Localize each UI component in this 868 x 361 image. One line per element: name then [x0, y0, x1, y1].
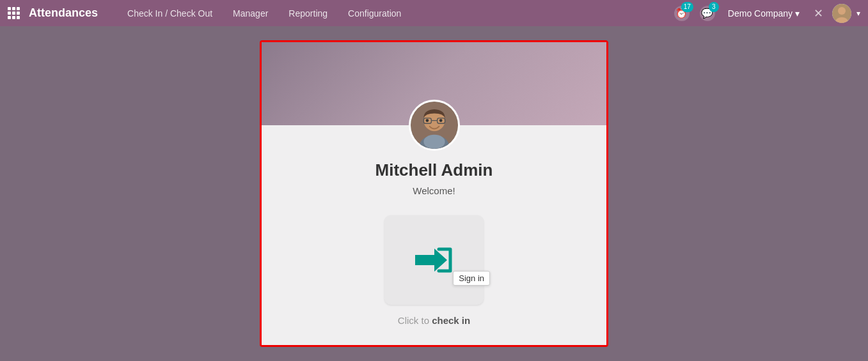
- attendance-card: Mitchell Admin Welcome! Sign in: [260, 40, 608, 347]
- svg-point-10: [425, 119, 429, 122]
- company-chevron-icon: ▾: [795, 8, 800, 19]
- checkin-label-bold: check in: [432, 315, 470, 326]
- signin-icon: [412, 238, 457, 282]
- welcome-text: Welcome!: [413, 185, 455, 196]
- navbar-right: ⏰ 17 💬 3 Demo Company ▾ ✕ ▾: [672, 3, 860, 24]
- card-header: [262, 42, 606, 125]
- svg-point-1: [838, 7, 846, 15]
- checkin-label: Click to check in: [398, 315, 470, 326]
- company-switcher[interactable]: Demo Company ▾: [723, 8, 805, 19]
- main-content: Mitchell Admin Welcome! Sign in: [0, 26, 868, 361]
- user-avatar[interactable]: [832, 4, 851, 23]
- user-name: Mitchell Admin: [375, 160, 493, 180]
- nav-configuration[interactable]: Configuration: [338, 0, 411, 26]
- svg-point-6: [423, 135, 445, 149]
- svg-point-11: [439, 119, 442, 122]
- notifications-button[interactable]: ⏰ 17: [672, 3, 692, 24]
- close-button[interactable]: ✕: [810, 6, 827, 20]
- card-body: Mitchell Admin Welcome! Sign in: [262, 125, 606, 345]
- company-name: Demo Company: [728, 8, 793, 19]
- messages-button[interactable]: 💬 3: [697, 3, 718, 24]
- nav-menu: Check In / Check Out Manager Reporting C…: [117, 0, 672, 26]
- card-user-avatar: [409, 100, 460, 151]
- app-title: Attendances: [29, 6, 98, 20]
- grid-icon: [8, 7, 20, 19]
- navbar: Attendances Check In / Check Out Manager…: [0, 0, 868, 26]
- nav-manager[interactable]: Manager: [223, 0, 278, 26]
- nav-reporting[interactable]: Reporting: [278, 0, 338, 26]
- checkin-button[interactable]: Sign in: [384, 215, 484, 305]
- checkin-label-prefix: Click to: [398, 315, 432, 326]
- signin-tooltip: Sign in: [453, 271, 490, 286]
- grid-menu-icon[interactable]: [8, 7, 20, 19]
- svg-marker-12: [415, 249, 447, 272]
- nav-checkin-checkout[interactable]: Check In / Check Out: [117, 0, 223, 26]
- notifications-badge: 17: [681, 2, 693, 12]
- user-avatar-chevron-icon[interactable]: ▾: [856, 9, 860, 18]
- messages-badge: 3: [709, 2, 719, 12]
